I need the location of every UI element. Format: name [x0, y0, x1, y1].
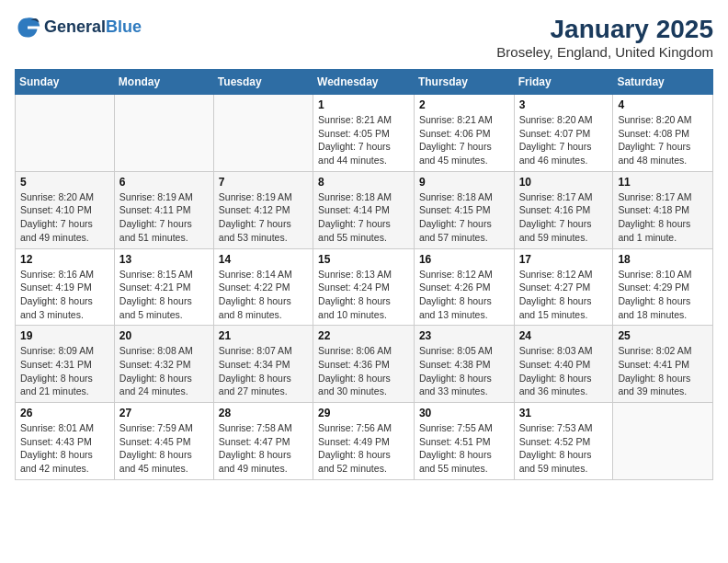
- calendar-day-cell: 10Sunrise: 8:17 AMSunset: 4:16 PMDayligh…: [514, 171, 613, 248]
- day-number: 7: [219, 176, 308, 189]
- day-number: 6: [119, 176, 209, 189]
- page-header: GeneralBlue January 2025 Broseley, Engla…: [15, 15, 713, 60]
- calendar-week-row: 5Sunrise: 8:20 AMSunset: 4:10 PMDaylight…: [16, 171, 713, 248]
- day-info: Sunrise: 8:10 AMSunset: 4:29 PMDaylight:…: [618, 268, 708, 322]
- calendar-day-cell: 30Sunrise: 7:55 AMSunset: 4:51 PMDayligh…: [414, 403, 514, 480]
- day-number: 27: [119, 407, 209, 419]
- day-info: Sunrise: 8:20 AMSunset: 4:08 PMDaylight:…: [618, 113, 708, 167]
- day-info: Sunrise: 8:20 AMSunset: 4:10 PMDaylight:…: [20, 190, 109, 245]
- day-info: Sunrise: 8:08 AMSunset: 4:32 PMDaylight:…: [119, 344, 209, 398]
- day-info: Sunrise: 7:56 AMSunset: 4:49 PMDaylight:…: [318, 421, 409, 476]
- calendar-day-cell: 2Sunrise: 8:21 AMSunset: 4:06 PMDaylight…: [414, 95, 514, 172]
- day-info: Sunrise: 8:18 AMSunset: 4:15 PMDaylight:…: [419, 190, 509, 245]
- day-number: 3: [519, 98, 609, 111]
- calendar-day-cell: 24Sunrise: 8:03 AMSunset: 4:40 PMDayligh…: [514, 326, 613, 403]
- day-number: 22: [318, 329, 409, 342]
- day-info: Sunrise: 8:19 AMSunset: 4:12 PMDaylight:…: [219, 190, 308, 245]
- day-info: Sunrise: 8:20 AMSunset: 4:07 PMDaylight:…: [519, 113, 609, 167]
- day-number: 24: [519, 329, 609, 342]
- calendar-day-cell: 28Sunrise: 7:58 AMSunset: 4:47 PMDayligh…: [213, 403, 313, 480]
- weekday-header: Friday: [514, 70, 613, 95]
- calendar-day-cell: 8Sunrise: 8:18 AMSunset: 4:14 PMDaylight…: [313, 171, 415, 248]
- calendar-day-cell: 17Sunrise: 8:12 AMSunset: 4:27 PMDayligh…: [514, 248, 613, 326]
- day-info: Sunrise: 8:17 AMSunset: 4:18 PMDaylight:…: [618, 190, 708, 245]
- calendar-day-cell: 29Sunrise: 7:56 AMSunset: 4:49 PMDayligh…: [313, 403, 415, 480]
- calendar-day-cell: 19Sunrise: 8:09 AMSunset: 4:31 PMDayligh…: [16, 326, 115, 403]
- day-number: 9: [419, 176, 509, 189]
- day-number: 23: [419, 329, 509, 342]
- day-number: 20: [119, 329, 209, 342]
- calendar-day-cell: 11Sunrise: 8:17 AMSunset: 4:18 PMDayligh…: [613, 171, 713, 248]
- calendar-week-row: 26Sunrise: 8:01 AMSunset: 4:43 PMDayligh…: [16, 403, 713, 480]
- day-number: 18: [618, 253, 708, 266]
- day-info: Sunrise: 8:17 AMSunset: 4:16 PMDaylight:…: [519, 190, 609, 245]
- day-number: 16: [419, 253, 509, 266]
- day-number: 28: [219, 407, 308, 419]
- day-number: 14: [219, 253, 308, 266]
- calendar-day-cell: 15Sunrise: 8:13 AMSunset: 4:24 PMDayligh…: [313, 248, 415, 326]
- calendar-day-cell: 20Sunrise: 8:08 AMSunset: 4:32 PMDayligh…: [114, 326, 213, 403]
- calendar-day-cell: [213, 95, 313, 172]
- calendar-day-cell: 9Sunrise: 8:18 AMSunset: 4:15 PMDaylight…: [414, 171, 514, 248]
- calendar-day-cell: 31Sunrise: 7:53 AMSunset: 4:52 PMDayligh…: [514, 403, 613, 480]
- day-info: Sunrise: 8:18 AMSunset: 4:14 PMDaylight:…: [318, 190, 409, 245]
- calendar-day-cell: 4Sunrise: 8:20 AMSunset: 4:08 PMDaylight…: [613, 95, 713, 172]
- logo-icon: [15, 15, 40, 40]
- day-info: Sunrise: 8:13 AMSunset: 4:24 PMDaylight:…: [318, 268, 409, 322]
- day-number: 25: [618, 329, 708, 342]
- calendar-day-cell: 22Sunrise: 8:06 AMSunset: 4:36 PMDayligh…: [313, 326, 415, 403]
- day-info: Sunrise: 8:14 AMSunset: 4:22 PMDaylight:…: [219, 268, 308, 322]
- weekday-header: Sunday: [16, 70, 115, 95]
- day-number: 21: [219, 329, 308, 342]
- day-info: Sunrise: 7:55 AMSunset: 4:51 PMDaylight:…: [419, 421, 509, 476]
- day-info: Sunrise: 8:03 AMSunset: 4:40 PMDaylight:…: [519, 344, 609, 398]
- calendar-day-cell: 3Sunrise: 8:20 AMSunset: 4:07 PMDaylight…: [514, 95, 613, 172]
- weekday-header-row: SundayMondayTuesdayWednesdayThursdayFrid…: [16, 70, 713, 95]
- calendar-day-cell: [114, 95, 213, 172]
- logo: GeneralBlue: [15, 15, 142, 40]
- calendar-week-row: 19Sunrise: 8:09 AMSunset: 4:31 PMDayligh…: [16, 326, 713, 403]
- day-number: 26: [20, 407, 109, 419]
- day-number: 5: [20, 176, 109, 189]
- day-info: Sunrise: 8:19 AMSunset: 4:11 PMDaylight:…: [119, 190, 209, 245]
- day-number: 8: [318, 176, 409, 189]
- weekday-header: Monday: [114, 70, 213, 95]
- day-number: 19: [20, 329, 109, 342]
- logo-text: GeneralBlue: [44, 18, 142, 37]
- calendar-day-cell: 6Sunrise: 8:19 AMSunset: 4:11 PMDaylight…: [114, 171, 213, 248]
- day-info: Sunrise: 8:05 AMSunset: 4:38 PMDaylight:…: [419, 344, 509, 398]
- calendar-day-cell: 1Sunrise: 8:21 AMSunset: 4:05 PMDaylight…: [313, 95, 415, 172]
- calendar-day-cell: 23Sunrise: 8:05 AMSunset: 4:38 PMDayligh…: [414, 326, 514, 403]
- day-info: Sunrise: 8:07 AMSunset: 4:34 PMDaylight:…: [219, 344, 308, 398]
- calendar-week-row: 1Sunrise: 8:21 AMSunset: 4:05 PMDaylight…: [16, 95, 713, 172]
- day-number: 10: [519, 176, 609, 189]
- day-number: 12: [20, 253, 109, 266]
- day-info: Sunrise: 8:06 AMSunset: 4:36 PMDaylight:…: [318, 344, 409, 398]
- day-number: 4: [618, 98, 708, 111]
- day-info: Sunrise: 7:58 AMSunset: 4:47 PMDaylight:…: [219, 421, 308, 476]
- day-number: 30: [419, 407, 509, 419]
- title-section: January 2025 Broseley, England, United K…: [496, 15, 713, 60]
- calendar-day-cell: [613, 403, 713, 480]
- calendar-day-cell: 13Sunrise: 8:15 AMSunset: 4:21 PMDayligh…: [114, 248, 213, 326]
- day-number: 15: [318, 253, 409, 266]
- calendar-day-cell: [16, 95, 115, 172]
- day-info: Sunrise: 7:53 AMSunset: 4:52 PMDaylight:…: [519, 421, 609, 476]
- day-number: 17: [519, 253, 609, 266]
- calendar-day-cell: 27Sunrise: 7:59 AMSunset: 4:45 PMDayligh…: [114, 403, 213, 480]
- calendar-title: January 2025: [496, 15, 713, 44]
- weekday-header: Saturday: [613, 70, 713, 95]
- weekday-header: Thursday: [414, 70, 514, 95]
- calendar-week-row: 12Sunrise: 8:16 AMSunset: 4:19 PMDayligh…: [16, 248, 713, 326]
- day-info: Sunrise: 8:12 AMSunset: 4:27 PMDaylight:…: [519, 268, 609, 322]
- day-number: 29: [318, 407, 409, 419]
- day-number: 1: [318, 98, 409, 111]
- day-number: 2: [419, 98, 509, 111]
- day-info: Sunrise: 8:02 AMSunset: 4:41 PMDaylight:…: [618, 344, 708, 398]
- weekday-header: Wednesday: [313, 70, 415, 95]
- day-info: Sunrise: 8:15 AMSunset: 4:21 PMDaylight:…: [119, 268, 209, 322]
- calendar-table: SundayMondayTuesdayWednesdayThursdayFrid…: [15, 69, 713, 480]
- day-info: Sunrise: 8:21 AMSunset: 4:05 PMDaylight:…: [318, 113, 409, 167]
- calendar-day-cell: 18Sunrise: 8:10 AMSunset: 4:29 PMDayligh…: [613, 248, 713, 326]
- calendar-subtitle: Broseley, England, United Kingdom: [496, 44, 713, 60]
